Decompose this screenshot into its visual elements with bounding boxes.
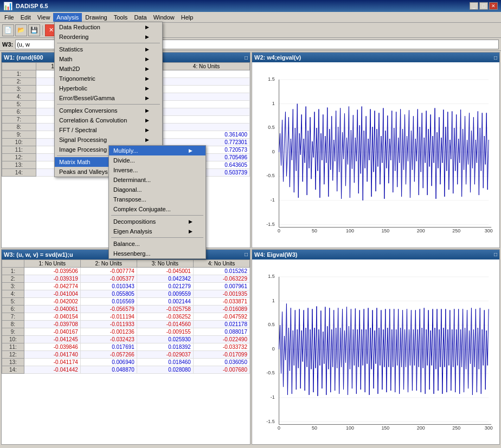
- trig-arrow: ▶: [145, 76, 149, 81]
- sep2: [57, 104, 160, 105]
- multiply-label: Multiply...: [113, 147, 138, 154]
- hyperbolic-arrow: ▶: [145, 86, 149, 91]
- menu-overlay: Data Reduction ▶ Reordering ▶ Statistics…: [0, 0, 501, 448]
- correlation-label: Correlation & Convolution: [59, 117, 127, 124]
- menu-eigen-analysis[interactable]: Eigen Analysis ▶: [109, 226, 205, 236]
- menu-hessenberg[interactable]: Hessenberg...: [109, 249, 205, 258]
- menu-data-reduction[interactable]: Data Reduction ▶: [55, 22, 162, 32]
- menu-multiply[interactable]: Multiply... ▶: [109, 146, 205, 155]
- matrix-math-submenu: Multiply... ▶ Divide... Inverse... Deter…: [108, 145, 206, 259]
- hessenberg-label: Hessenberg...: [113, 250, 150, 257]
- statistics-label: Statistics: [59, 46, 83, 53]
- decompositions-label: Decompositions: [113, 218, 156, 225]
- divide-label: Divide...: [113, 157, 135, 164]
- menu-decompositions[interactable]: Decompositions ▶: [109, 217, 205, 226]
- inverse-label: Inverse...: [113, 167, 138, 173]
- menu-trigonometric[interactable]: Trigonometric ▶: [55, 74, 162, 83]
- data-reduction-label: Data Reduction: [59, 24, 100, 30]
- reordering-arrow: ▶: [145, 34, 149, 40]
- fft-arrow: ▶: [145, 127, 149, 133]
- multiply-arrow: ▶: [189, 148, 192, 153]
- image-label: Image Processing: [59, 146, 107, 153]
- signal-label: Signal Processing: [59, 137, 107, 143]
- menu-correlation[interactable]: Correlation & Convolution ▶: [55, 115, 162, 125]
- determinant-label: Determinant...: [113, 177, 151, 183]
- menu-complex-conjugate[interactable]: Complex Conjugate...: [109, 204, 205, 214]
- decompositions-arrow: ▶: [189, 219, 192, 224]
- statistics-arrow: ▶: [145, 47, 149, 52]
- math-label: Math: [59, 56, 72, 62]
- complex-conv-label: Complex Conversions: [59, 107, 118, 114]
- math2d-label: Math2D: [59, 66, 80, 72]
- eigen-analysis-arrow: ▶: [189, 229, 192, 234]
- error-bessel-label: Error/Bessel/Gamma: [59, 95, 115, 101]
- diagonal-label: Diagonal...: [113, 186, 142, 193]
- sep1: [57, 43, 160, 43]
- trig-label: Trigonometric: [59, 75, 95, 82]
- complex-conv-arrow: ▶: [145, 108, 149, 113]
- menu-diagonal[interactable]: Diagonal...: [109, 185, 205, 194]
- menu-determinant[interactable]: Determinant...: [109, 175, 205, 185]
- hyperbolic-label: Hyperbolic: [59, 85, 87, 92]
- menu-complex-conv[interactable]: Complex Conversions ▶: [55, 106, 162, 115]
- error-bessel-arrow: ▶: [145, 95, 149, 101]
- menu-reordering[interactable]: Reordering ▶: [55, 32, 162, 42]
- menu-divide[interactable]: Divide...: [109, 155, 205, 165]
- menu-transpose[interactable]: Transpose...: [109, 194, 205, 204]
- menu-inverse[interactable]: Inverse...: [109, 165, 205, 175]
- menu-signal[interactable]: Signal Processing ▶: [55, 135, 162, 145]
- correlation-arrow: ▶: [145, 118, 149, 123]
- matrix-sep1: [111, 215, 203, 216]
- matrix-math-label: Matrix Math: [59, 159, 90, 165]
- fft-label: FFT / Spectral: [59, 127, 97, 133]
- matrix-sep2: [111, 237, 203, 238]
- balance-label: Balance...: [113, 241, 140, 247]
- math2d-arrow: ▶: [145, 66, 149, 72]
- math-arrow: ▶: [145, 56, 149, 62]
- data-reduction-arrow: ▶: [145, 24, 149, 30]
- menu-error-bessel[interactable]: Error/Bessel/Gamma ▶: [55, 93, 162, 103]
- signal-arrow: ▶: [145, 137, 149, 142]
- peaks-valleys-label: Peaks and Valleys: [59, 168, 108, 175]
- menu-math2d[interactable]: Math2D ▶: [55, 64, 162, 74]
- menu-statistics[interactable]: Statistics ▶: [55, 44, 162, 54]
- menu-balance[interactable]: Balance...: [109, 239, 205, 249]
- complex-conjugate-label: Complex Conjugate...: [113, 206, 171, 212]
- reordering-label: Reordering: [59, 34, 88, 40]
- menu-hyperbolic[interactable]: Hyperbolic ▶: [55, 83, 162, 93]
- menu-math[interactable]: Math ▶: [55, 54, 162, 64]
- transpose-label: Transpose...: [113, 196, 146, 203]
- eigen-analysis-label: Eigen Analysis: [113, 228, 152, 235]
- menu-fft[interactable]: FFT / Spectral ▶: [55, 125, 162, 135]
